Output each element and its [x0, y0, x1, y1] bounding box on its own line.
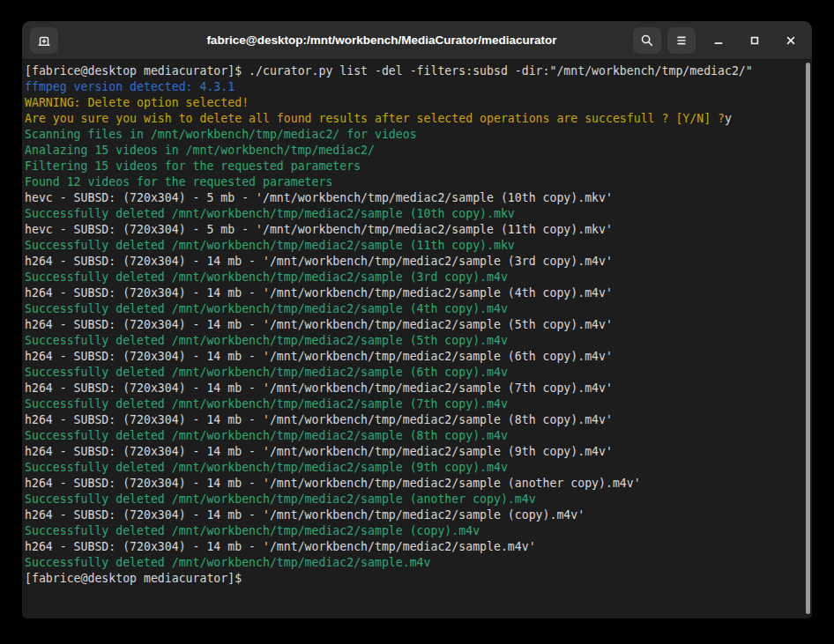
- terminal-line: Successfully deleted /mnt/workbench/tmp/…: [25, 333, 800, 349]
- terminal-text-segment: Successfully deleted /mnt/workbench/tmp/…: [25, 366, 508, 379]
- terminal-line: h264 - SUBSD: (720x304) - 14 mb - '/mnt/…: [25, 507, 800, 523]
- terminal-text-segment: h264 - SUBSD: (720x304) - 14 mb - '/mnt/…: [25, 381, 613, 395]
- terminal-line: [fabrice@desktop mediacurator]$ ./curato…: [25, 63, 800, 79]
- terminal-line: Successfully deleted /mnt/workbench/tmp/…: [25, 365, 800, 381]
- terminal-text-segment: Successfully deleted /mnt/workbench/tmp/…: [25, 461, 508, 474]
- terminal-text-segment: Successfully deleted /mnt/workbench/tmp/…: [25, 492, 536, 506]
- terminal-line: ffmpeg version detected: 4.3.1: [25, 79, 800, 95]
- terminal-line: Scanning files in /mnt/workbench/tmp/med…: [25, 127, 800, 143]
- terminal-text-segment: Analazing 15 videos in /mnt/workbench/tm…: [25, 144, 375, 157]
- terminal-line: h264 - SUBSD: (720x304) - 14 mb - '/mnt/…: [25, 317, 800, 333]
- terminal-line: Successfully deleted /mnt/workbench/tmp/…: [25, 270, 800, 285]
- terminal-text-segment: h264 - SUBSD: (720x304) - 14 mb - '/mnt/…: [25, 255, 613, 268]
- terminal-line: h264 - SUBSD: (720x304) - 14 mb - '/mnt/…: [25, 349, 800, 365]
- terminal-line: Successfully deleted /mnt/workbench/tmp/…: [25, 492, 800, 507]
- menu-button[interactable]: [667, 27, 696, 54]
- terminal-line: hevc - SUBSD: (720x304) - 5 mb - '/mnt/w…: [25, 190, 800, 206]
- terminal-line: h264 - SUBSD: (720x304) - 14 mb - '/mnt/…: [25, 254, 800, 270]
- terminal-line: h264 - SUBSD: (720x304) - 14 mb - '/mnt/…: [25, 539, 800, 555]
- hamburger-menu-icon: [674, 33, 689, 48]
- scrollbar[interactable]: [803, 60, 812, 618]
- terminal-text-segment: h264 - SUBSD: (720x304) - 14 mb - '/mnt/…: [25, 413, 613, 426]
- terminal-line: WARNING: Delete option selected!: [25, 95, 800, 111]
- terminal-line: Successfully deleted /mnt/workbench/tmp/…: [25, 428, 800, 444]
- terminal-text-segment: Successfully deleted /mnt/workbench/tmp/…: [25, 207, 515, 220]
- terminal-text-segment: [fabrice@desktop mediacurator]$: [25, 572, 242, 585]
- terminal-text-segment: Successfully deleted /mnt/workbench/tmp/…: [25, 429, 508, 442]
- new-tab-icon: [37, 33, 51, 48]
- terminal-line: hevc - SUBSD: (720x304) - 5 mb - '/mnt/w…: [25, 222, 800, 238]
- terminal-line: Successfully deleted /mnt/workbench/tmp/…: [25, 396, 800, 412]
- terminal-line: Filtering 15 videos for the requested pa…: [25, 159, 800, 174]
- terminal-text-segment: Successfully deleted /mnt/workbench/tmp/…: [25, 397, 508, 411]
- terminal-text-segment: h264 - SUBSD: (720x304) - 14 mb - '/mnt/…: [25, 508, 585, 522]
- terminal-text-segment: Successfully deleted /mnt/workbench/tmp/…: [25, 524, 480, 537]
- terminal-text-segment: ffmpeg version detected: 4.3.1: [25, 80, 235, 93]
- terminal-text-segment: h264 - SUBSD: (720x304) - 14 mb - '/mnt/…: [25, 477, 641, 490]
- terminal-text-segment: h264 - SUBSD: (720x304) - 14 mb - '/mnt/…: [25, 286, 613, 300]
- titlebar[interactable]: fabrice@desktop:/mnt/workbench/MediaCura…: [22, 21, 812, 60]
- terminal-text-segment: Are you sure you wish to delete all foun…: [25, 112, 725, 125]
- terminal-output: [fabrice@desktop mediacurator]$ ./curato…: [25, 63, 800, 587]
- desktop-background: { "window": { "title": "fabrice@desktop:…: [0, 0, 834, 644]
- terminal-text-segment: [fabrice@desktop mediacurator]$ ./curato…: [25, 64, 753, 78]
- terminal-text-segment: Found 12 videos for the requested parame…: [25, 175, 332, 189]
- maximize-button[interactable]: [741, 27, 768, 54]
- terminal-line: h264 - SUBSD: (720x304) - 14 mb - '/mnt/…: [25, 381, 800, 396]
- terminal-text-segment: h264 - SUBSD: (720x304) - 14 mb - '/mnt/…: [25, 445, 613, 458]
- terminal-text-segment: y: [725, 112, 732, 125]
- terminal-screen[interactable]: [fabrice@desktop mediacurator]$ ./curato…: [22, 60, 812, 618]
- terminal-line: [fabrice@desktop mediacurator]$: [25, 571, 800, 587]
- terminal-text-segment: Scanning files in /mnt/workbench/tmp/med…: [25, 128, 417, 141]
- minimize-icon: [711, 33, 726, 48]
- terminal-text-segment: Successfully deleted /mnt/workbench/tmp/…: [25, 334, 508, 347]
- terminal-line: Successfully deleted /mnt/workbench/tmp/…: [25, 301, 800, 317]
- scrollbar-thumb[interactable]: [806, 63, 810, 614]
- terminal-text-segment: h264 - SUBSD: (720x304) - 14 mb - '/mnt/…: [25, 540, 536, 553]
- terminal-line: h264 - SUBSD: (720x304) - 14 mb - '/mnt/…: [25, 444, 800, 460]
- new-tab-button[interactable]: [30, 27, 58, 54]
- maximize-icon: [748, 33, 762, 48]
- minimize-button[interactable]: [705, 27, 732, 54]
- terminal-line: Found 12 videos for the requested parame…: [25, 174, 800, 190]
- terminal-line: Are you sure you wish to delete all foun…: [25, 111, 800, 127]
- terminal-text-segment: Successfully deleted /mnt/workbench/tmp/…: [25, 270, 508, 284]
- window-title: fabrice@desktop:/mnt/workbench/MediaCura…: [128, 21, 636, 59]
- terminal-text-segment: Successfully deleted /mnt/workbench/tmp/…: [25, 556, 431, 569]
- terminal-line: Successfully deleted /mnt/workbench/tmp/…: [25, 206, 800, 222]
- terminal-text-segment: WARNING: Delete option selected!: [25, 96, 249, 109]
- search-button[interactable]: [633, 27, 661, 54]
- terminal-line: h264 - SUBSD: (720x304) - 14 mb - '/mnt/…: [25, 476, 800, 492]
- terminal-line: Analazing 15 videos in /mnt/workbench/tm…: [25, 143, 800, 159]
- terminal-window: fabrice@desktop:/mnt/workbench/MediaCura…: [22, 21, 812, 618]
- terminal-line: Successfully deleted /mnt/workbench/tmp/…: [25, 523, 800, 539]
- terminal-text-segment: Successfully deleted /mnt/workbench/tmp/…: [25, 302, 508, 315]
- terminal-text-segment: hevc - SUBSD: (720x304) - 5 mb - '/mnt/w…: [25, 191, 613, 204]
- terminal-line: Successfully deleted /mnt/workbench/tmp/…: [25, 238, 800, 254]
- terminal-line: h264 - SUBSD: (720x304) - 14 mb - '/mnt/…: [25, 285, 800, 301]
- close-icon: [784, 33, 798, 48]
- terminal-text-segment: hevc - SUBSD: (720x304) - 5 mb - '/mnt/w…: [25, 223, 613, 236]
- terminal-line: h264 - SUBSD: (720x304) - 14 mb - '/mnt/…: [25, 412, 800, 428]
- terminal-text-segment: Filtering 15 videos for the requested pa…: [25, 159, 361, 173]
- terminal-line: Successfully deleted /mnt/workbench/tmp/…: [25, 460, 800, 476]
- terminal-text-segment: h264 - SUBSD: (720x304) - 14 mb - '/mnt/…: [25, 350, 613, 363]
- close-button[interactable]: [778, 27, 804, 54]
- terminal-text-segment: h264 - SUBSD: (720x304) - 14 mb - '/mnt/…: [25, 318, 613, 331]
- search-icon: [640, 33, 654, 48]
- terminal-text-segment: Successfully deleted /mnt/workbench/tmp/…: [25, 239, 515, 252]
- terminal-line: Successfully deleted /mnt/workbench/tmp/…: [25, 555, 800, 571]
